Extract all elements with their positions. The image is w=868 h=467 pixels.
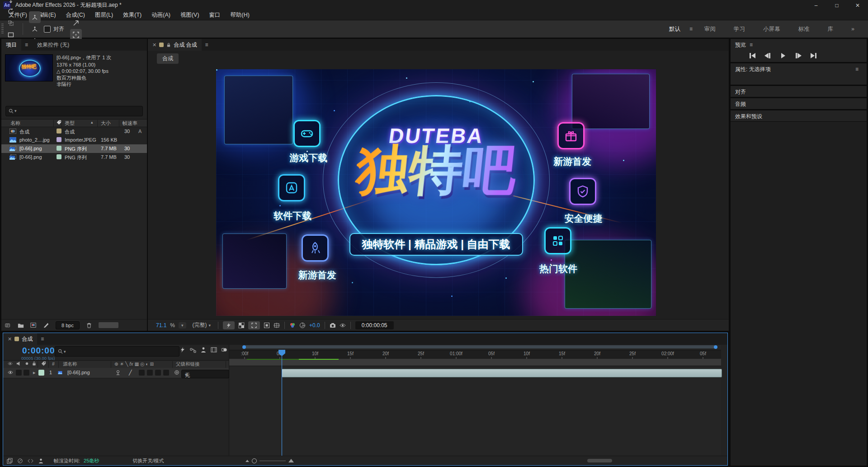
work-area-bar[interactable] [229, 359, 721, 366]
parent-column-label[interactable]: 父级和链接 [176, 361, 200, 367]
navigator-start-handle[interactable] [242, 345, 246, 349]
exposure-icon[interactable] [299, 322, 306, 329]
toggle-switches-button[interactable]: 切换开关/模式 [99, 457, 164, 464]
region-of-interest-icon[interactable] [248, 321, 260, 329]
mask-visibility-icon[interactable] [264, 322, 270, 329]
fx-switch[interactable] [139, 370, 145, 376]
properties-menu-icon[interactable]: ≡ [852, 66, 862, 72]
timeline-panel-menu-icon[interactable]: ≡ [37, 336, 47, 342]
audio-column-icon[interactable] [16, 361, 21, 366]
lock-column-icon[interactable] [32, 361, 37, 366]
frame-blend-switch[interactable] [147, 370, 153, 376]
project-table-header[interactable]: 名称类型大小帧速率▴ [1, 119, 147, 127]
pickwhip-icon[interactable] [174, 370, 179, 375]
layer-expand-arrow[interactable]: ▸ [33, 370, 36, 376]
first-frame-button[interactable] [747, 52, 758, 60]
inout-panes-toggle-icon[interactable] [28, 458, 33, 464]
exposure-value[interactable]: +0.0 [309, 322, 320, 329]
column-header-2[interactable]: 大小 [101, 120, 111, 127]
layer-duration-bar[interactable] [282, 369, 722, 377]
tag-column-icon[interactable] [57, 120, 61, 126]
menu-item-5[interactable]: 动画(A) [146, 11, 175, 19]
tab-composition-viewer[interactable]: ✕ 合成 合成 [148, 39, 202, 51]
layer-visibility-icon[interactable] [8, 370, 13, 375]
row-label-chip[interactable] [57, 154, 61, 159]
align-panel-header[interactable]: 对齐 [731, 86, 867, 98]
previous-frame-button[interactable] [762, 52, 773, 60]
expand-properties-icon[interactable] [70, 17, 82, 29]
collapse-switch-icon[interactable] [115, 370, 121, 375]
close-button[interactable]: ✕ [847, 0, 868, 10]
next-frame-button[interactable] [793, 52, 804, 60]
threed-switch[interactable] [163, 370, 169, 376]
tab-effect-controls[interactable]: 效果控件 (无) [32, 39, 75, 51]
viewer-timecode[interactable]: 0:00:00:05 [355, 321, 394, 329]
color-settings-icon[interactable] [43, 322, 49, 329]
row-name[interactable]: photo_2....jpg [19, 137, 50, 143]
layer-row[interactable]: ▸ 1 [0-66].png ╱ 无▾ [3, 368, 229, 378]
quality-switch[interactable]: ╱ [129, 370, 132, 376]
world-axis-mode-icon[interactable] [29, 23, 41, 35]
workspace-menu-icon[interactable]: ≡ [689, 26, 693, 32]
project-panel-menu-icon[interactable]: ≡ [21, 42, 32, 48]
last-frame-button[interactable] [808, 52, 819, 60]
transfer-controls-toggle-icon[interactable] [17, 458, 23, 464]
layer-name[interactable]: [0-66].png [67, 370, 90, 375]
workspace-3[interactable]: 小屏幕 [754, 25, 789, 33]
project-row-3[interactable]: [0-66].pngPNG 序列7.7 MB30 [1, 153, 147, 162]
zoom-dropdown[interactable]: ▾ [179, 322, 186, 329]
transparency-grid-icon[interactable] [238, 322, 245, 329]
project-row-2[interactable]: [0-66].pngPNG 序列7.7 MB30 [1, 144, 147, 153]
zoom-value[interactable]: 71.1 [156, 322, 166, 329]
dolly-camera-tool-icon[interactable] [5, 0, 17, 5]
tab-project[interactable]: 项目 [1, 39, 21, 51]
footage-thumbnail[interactable]: 独特吧 [5, 54, 53, 81]
layer-solo-toggle[interactable] [24, 370, 29, 376]
workspace-1[interactable]: 审阅 [695, 25, 725, 33]
snapshot-camera-icon[interactable] [330, 322, 336, 329]
timeline-hscrollbar[interactable] [587, 459, 612, 462]
zoom-slider-knob[interactable] [252, 458, 257, 463]
menu-item-7[interactable]: 窗口 [204, 11, 226, 19]
menu-item-4[interactable]: 效果(T) [118, 11, 146, 19]
resolution-dropdown[interactable]: (完整)▾ [190, 320, 214, 330]
new-composition-icon[interactable] [30, 322, 37, 329]
timeline-zoom-control[interactable] [245, 458, 294, 463]
parent-dropdown[interactable]: 无▾ [181, 370, 229, 378]
new-folder-icon[interactable] [18, 322, 24, 329]
workspace-0[interactable]: 默认 [660, 25, 689, 33]
label-column-icon[interactable] [41, 361, 46, 366]
menu-item-6[interactable]: 视图(V) [175, 11, 204, 19]
motion-blur-icon[interactable] [221, 347, 227, 353]
workspace-2[interactable]: 学习 [725, 25, 754, 33]
local-axis-mode-icon[interactable] [29, 11, 41, 23]
menu-item-8[interactable]: 帮助(H) [226, 11, 255, 19]
time-navigator[interactable] [244, 345, 716, 348]
maximize-button[interactable]: □ [826, 0, 847, 10]
project-flowchart-button[interactable] [99, 322, 118, 328]
composition-canvas[interactable]: DUTEBA 独特吧 独特软件 | 精品游戏 | 自由下载 游戏下载软件下载新游… [216, 69, 656, 316]
layer-audio-toggle[interactable] [16, 370, 22, 376]
workspace-4[interactable]: 标准 [789, 25, 819, 33]
row-label-chip[interactable] [57, 146, 61, 151]
close-tab-icon[interactable]: ✕ [152, 42, 156, 48]
column-header-3[interactable]: 帧速率 [123, 120, 137, 127]
guides-icon[interactable] [274, 322, 280, 329]
play-button[interactable] [778, 52, 788, 60]
project-search-input[interactable]: ▾ [5, 106, 143, 116]
menu-item-3[interactable]: 图层(L) [90, 11, 118, 19]
comp-breadcrumb-button[interactable]: 合成 [157, 53, 179, 64]
fast-preview-icon[interactable] [223, 321, 235, 329]
live-update-icon[interactable] [179, 347, 186, 353]
snap-checkbox[interactable] [44, 26, 51, 33]
audio-panel-header[interactable]: 音频 [731, 98, 867, 110]
motion-blur-switch[interactable] [155, 370, 161, 376]
row-name[interactable]: [0-66].png [19, 154, 42, 160]
minimize-button[interactable]: – [806, 0, 826, 10]
index-column-label[interactable]: # [52, 361, 55, 367]
show-snapshot-icon[interactable] [340, 322, 346, 329]
project-bit-depth-button[interactable]: 8 bpc [56, 321, 80, 329]
navigator-end-handle[interactable] [714, 345, 717, 349]
viewer-panel-menu-icon[interactable]: ≡ [202, 42, 212, 48]
rotate-tool-icon[interactable] [5, 5, 17, 17]
